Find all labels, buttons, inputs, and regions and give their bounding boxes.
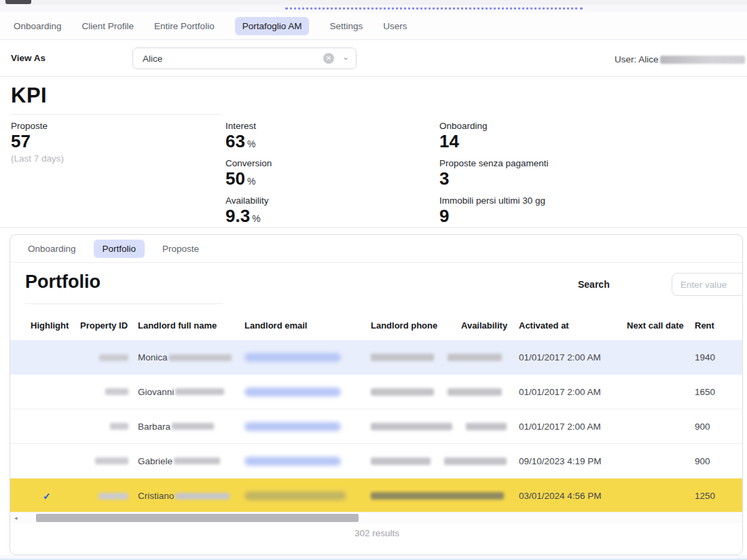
kpi-onboarding-label: Onboarding	[439, 121, 549, 131]
redacted-phone-2	[466, 423, 507, 430]
redacted-phone	[371, 354, 434, 361]
kpi-section: KPI Proposte 57 (Last 7 days) Interest 6…	[0, 77, 747, 227]
browser-tab-fragment	[5, 0, 31, 4]
redacted-user-surname	[660, 56, 745, 64]
landlord-first-name: Barbara	[138, 422, 170, 432]
kpi-immobili-persi-value: 9	[439, 206, 549, 227]
kpi-interest-label: Interest	[225, 121, 272, 131]
browser-chrome-strip	[0, 0, 747, 12]
redacted-surname	[174, 458, 220, 464]
kpi-conversion-value: 50%	[225, 169, 272, 189]
col-activated-at: Activated at	[519, 320, 627, 331]
tab-onboarding[interactable]: Onboarding	[28, 244, 76, 254]
kpi-proposte-note: (Last 7 days)	[11, 153, 64, 164]
redacted-surname	[175, 493, 230, 500]
top-navigation: Onboarding Client Profile Entire Portfol…	[0, 12, 747, 40]
kpi-proposte-senza-pagamenti: Proposte senza pagamenti 3	[439, 158, 549, 189]
redacted-phone-2	[444, 458, 507, 465]
kpi-conversion: Conversion 50%	[225, 158, 272, 189]
redacted-email[interactable]	[244, 353, 341, 362]
landlord-first-name: Giovanni	[138, 387, 174, 397]
activated-at-value: 01/01/2017 2:00 AM	[519, 422, 627, 432]
kpi-immobili-persi: Immobili persi ultimi 30 gg 9	[439, 195, 549, 227]
redacted-email[interactable]	[244, 388, 341, 396]
rent-value: 900	[695, 422, 743, 432]
table-row[interactable]: ✓ Barbara 01/01/2017 2:00 AM 900	[10, 409, 742, 444]
col-landlord-full-name: Landlord full name	[138, 320, 244, 331]
search-label: Search	[578, 279, 610, 290]
redacted-email[interactable]	[244, 491, 346, 500]
kpi-proposte-senza-pagamenti-label: Proposte senza pagamenti	[439, 158, 549, 168]
redacted-phone-2	[448, 354, 502, 361]
tab-proposte[interactable]: Proposte	[162, 244, 199, 254]
redacted-phone	[371, 388, 434, 396]
scrollbar-thumb[interactable]	[36, 514, 359, 522]
card-tabs: Onboarding Portfolio Proposte	[10, 235, 742, 263]
rent-value: 1250	[695, 491, 743, 501]
redacted-property-id	[105, 388, 128, 395]
activated-at-value: 01/01/2017 2:00 AM	[519, 387, 627, 397]
horizontal-scrollbar[interactable]: ◂	[10, 512, 743, 523]
table-row[interactable]: ✓ Cristiano 03/01/2024 4:56 PM 1250	[10, 479, 742, 513]
clear-icon[interactable]: ✕	[323, 53, 334, 64]
col-property-id: Property ID	[80, 320, 138, 331]
rent-value: 1940	[695, 352, 743, 362]
tab-portfolio[interactable]: Portfolio	[94, 240, 145, 258]
kpi-proposte-label: Proposte	[11, 121, 64, 131]
landlord-first-name: Gabriele	[138, 456, 172, 466]
table-row[interactable]: ✓ Gabriele 09/10/2023 4:19 PM 900	[10, 444, 742, 479]
chevron-down-icon[interactable]: ⌄	[342, 52, 349, 62]
view-as-row: View As Alice ✕ ⌄ User: Alice	[0, 40, 747, 77]
kpi-proposte-senza-pagamenti-value: 3	[439, 169, 549, 189]
nav-item-onboarding[interactable]: Onboarding	[14, 21, 62, 31]
redacted-phone	[371, 458, 431, 465]
table-row[interactable]: ✓ Giovanni 01/01/2017 2:00 AM 1650	[10, 375, 742, 409]
activated-at-value: 03/01/2024 4:56 PM	[519, 491, 627, 501]
redacted-property-id	[99, 354, 128, 361]
col-next-call-date: Next call date	[627, 320, 695, 331]
kpi-interest-value: 63%	[225, 132, 272, 152]
kpi-column-counts: Onboarding 14 Proposte senza pagamenti 3…	[439, 121, 549, 233]
kpi-availability-value: 9.3%	[225, 206, 272, 227]
focus-dotted-outline	[285, 7, 583, 10]
landlord-first-name: Cristiano	[138, 491, 174, 501]
activated-at-value: 01/01/2017 2:00 AM	[519, 352, 627, 362]
redacted-phone	[371, 423, 452, 430]
redacted-phone	[371, 492, 504, 500]
redacted-property-id	[95, 458, 128, 464]
redacted-surname	[175, 388, 224, 395]
kpi-proposte-value: 57	[11, 132, 64, 152]
section-divider	[0, 227, 747, 228]
redacted-surname	[172, 423, 214, 430]
page-title: Portfolio	[25, 272, 101, 293]
redacted-property-id	[98, 493, 128, 500]
col-landlord-phone: Landlord phone	[371, 320, 461, 331]
table-row[interactable]: ✓ Monica 01/01/2017 2:00 AM 1940	[10, 340, 742, 375]
redacted-email[interactable]	[244, 457, 341, 466]
landlord-first-name: Monica	[138, 352, 168, 362]
redacted-email[interactable]	[244, 422, 341, 431]
view-as-select[interactable]: Alice ✕ ⌄	[132, 48, 357, 69]
search-input[interactable]	[672, 273, 743, 296]
nav-item-portafoglio-am[interactable]: Portafoglio AM	[235, 17, 310, 35]
rent-value: 900	[695, 456, 743, 466]
nav-item-settings[interactable]: Settings	[329, 21, 363, 31]
redacted-phone-2	[448, 388, 502, 396]
col-availability: Availability	[461, 320, 519, 331]
nav-item-client-profile[interactable]: Client Profile	[82, 21, 134, 31]
kpi-proposte: Proposte 57 (Last 7 days)	[11, 121, 64, 164]
nav-item-entire-portfolio[interactable]: Entire Portfolio	[154, 21, 215, 31]
kpi-conversion-label: Conversion	[225, 158, 272, 168]
view-as-label: View As	[11, 53, 45, 63]
card-title-divider	[25, 303, 223, 304]
nav-item-users[interactable]: Users	[383, 21, 407, 31]
kpi-availability: Availability 9.3%	[225, 195, 272, 227]
scroll-left-icon[interactable]: ◂	[14, 515, 18, 521]
rent-value: 1650	[695, 387, 743, 397]
kpi-title: KPI	[11, 83, 47, 108]
kpi-onboarding-value: 14	[439, 132, 549, 152]
kpi-immobili-persi-label: Immobili persi ultimi 30 gg	[439, 195, 549, 206]
col-highlight: Highlight	[31, 320, 80, 331]
check-icon[interactable]: ✓	[43, 491, 51, 502]
redacted-surname	[169, 354, 232, 361]
